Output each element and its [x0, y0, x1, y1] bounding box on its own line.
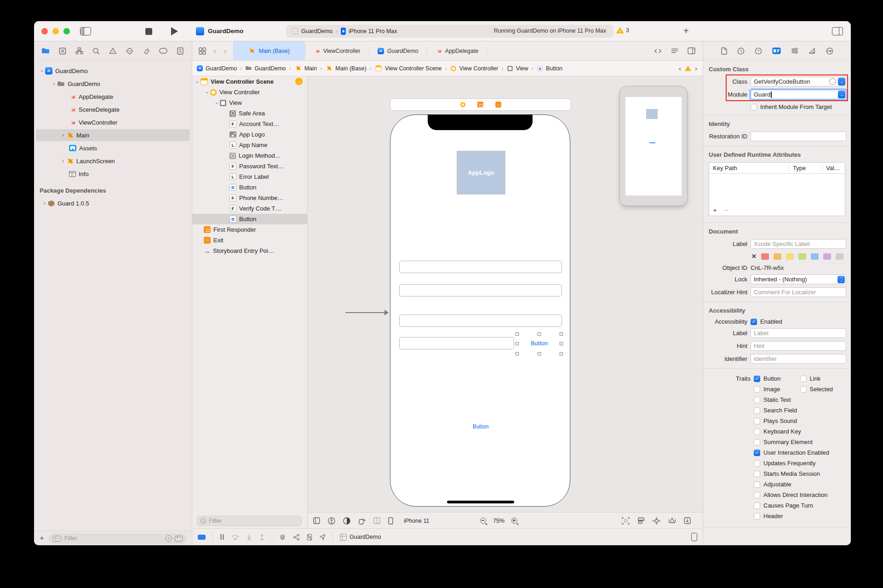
tab-appdelegate[interactable]: AppDelegate — [427, 41, 487, 60]
tab-viewcontroller[interactable]: ViewController — [305, 41, 369, 60]
sidebar-item-assets[interactable]: Assets — [34, 142, 192, 154]
scheme-selector[interactable]: GuardDemo › iPhone 11 Pro Max Running Gu… — [286, 25, 614, 38]
label-color-gray[interactable] — [836, 253, 843, 260]
minimap-preview[interactable] — [619, 86, 688, 206]
find-navigator-icon[interactable] — [91, 46, 101, 56]
view-controller-icon[interactable] — [460, 102, 465, 107]
selection-handle[interactable] — [516, 342, 519, 345]
source-control-filter-icon[interactable] — [175, 536, 183, 542]
breadcrumb-view[interactable]: View — [507, 65, 528, 72]
zoom-level[interactable]: 75% — [493, 518, 505, 524]
trait-link-checkbox[interactable] — [800, 376, 807, 382]
warning-icon[interactable] — [685, 66, 691, 71]
localizer-hint-field[interactable]: Comment For Localizer — [751, 287, 846, 297]
canvas-device-name[interactable]: iPhone 11 — [404, 518, 429, 524]
stop-button[interactable] — [145, 28, 152, 35]
outline-item-verify-code[interactable]: F Verify Code T… — [192, 203, 307, 214]
zoom-in-icon[interactable] — [511, 518, 517, 524]
outline-item-account-text[interactable]: F Account Text… — [192, 119, 307, 129]
trait-static-text-checkbox[interactable] — [754, 397, 760, 403]
a11y-hint-field[interactable]: Hint — [751, 341, 846, 351]
outline-item-view[interactable]: View — [192, 97, 307, 108]
outline-item-exit[interactable]: Exit — [192, 235, 307, 245]
align-icon[interactable] — [637, 517, 645, 524]
trait-direct-interaction-checkbox[interactable] — [754, 492, 760, 498]
module-field[interactable]: Guard ⌄ — [751, 90, 846, 99]
disclosure-open-icon[interactable] — [39, 69, 45, 73]
outline-filter-field[interactable]: Filter — [197, 516, 302, 526]
close-window-button[interactable] — [41, 28, 48, 34]
outline-item-phone-number[interactable]: F Phone Numbe… — [192, 193, 307, 203]
tab-guarddemo[interactable]: GuardDemo — [369, 41, 427, 60]
app-logo-image-view[interactable]: AppLogo — [457, 151, 505, 194]
inherit-module-checkbox[interactable] — [751, 104, 757, 110]
sidebar-item-project-guarddemo[interactable]: GuardDemo — [34, 64, 192, 77]
label-color-orange[interactable] — [774, 253, 781, 260]
previous-issue-icon[interactable]: ‹ — [679, 64, 681, 72]
trait-keyboard-key-checkbox[interactable] — [754, 428, 760, 435]
add-editor-icon[interactable] — [688, 47, 695, 54]
outline-item-button-2-selected[interactable]: B Button — [192, 214, 307, 224]
selection-handle[interactable] — [538, 332, 541, 336]
sidebar-item-viewcontroller[interactable]: ViewController — [34, 116, 192, 129]
sidebar-item-guard-package[interactable]: Guard 1.0.5 — [34, 197, 192, 210]
label-color-blue[interactable] — [811, 253, 819, 260]
pause-icon[interactable] — [220, 534, 224, 540]
accessibility-enabled-checkbox[interactable] — [751, 319, 757, 325]
label-color-green[interactable] — [798, 253, 806, 260]
sidebar-item-launchscreen[interactable]: LaunchScreen — [34, 154, 192, 167]
first-responder-icon[interactable] — [477, 102, 483, 108]
code-review-icon[interactable] — [654, 48, 662, 54]
trait-starts-media-checkbox[interactable] — [754, 471, 760, 477]
a11y-identifier-field[interactable]: Identifier — [751, 354, 846, 364]
outline-item-login-method[interactable]: Login Method… — [192, 150, 307, 161]
zoom-out-icon[interactable] — [480, 518, 486, 524]
sidebar-item-main-storyboard[interactable]: Main — [34, 129, 192, 142]
trait-button-checkbox[interactable] — [754, 376, 760, 382]
view-controller-device[interactable]: AppLogo Button Button — [390, 114, 570, 507]
breadcrumb-group[interactable]: GuardDemo — [245, 65, 286, 72]
label-color-yellow[interactable] — [786, 253, 794, 260]
selection-handle[interactable] — [560, 332, 563, 336]
attributes-inspector-icon[interactable] — [791, 47, 798, 54]
embed-icon[interactable] — [684, 517, 691, 524]
breakpoints-toggle-icon[interactable] — [198, 535, 206, 540]
step-into-icon[interactable] — [246, 534, 252, 540]
project-navigator-icon[interactable] — [40, 46, 51, 56]
storyboard-entry-arrow[interactable] — [345, 312, 385, 313]
file-inspector-icon[interactable] — [721, 47, 727, 55]
tab-main-base[interactable]: Main (Base) — [233, 41, 305, 60]
toggle-inspector-icon[interactable] — [832, 27, 843, 35]
storyboard-canvas[interactable]: AppLogo Button Button — [308, 76, 703, 512]
memory-graph-icon[interactable] — [293, 534, 300, 541]
resolve-autolayout-icon[interactable] — [668, 517, 676, 524]
adjust-editor-icon[interactable] — [671, 48, 678, 54]
outline-item-error-label[interactable]: L Error Label — [192, 171, 307, 182]
go-back-icon[interactable]: ‹ — [213, 47, 216, 55]
trait-adjustable-checkbox[interactable] — [754, 481, 760, 488]
environment-overrides-icon[interactable] — [307, 534, 312, 541]
add-constraints-icon[interactable] — [653, 517, 660, 525]
selected-button[interactable]: Button — [517, 334, 562, 354]
next-issue-icon[interactable]: › — [695, 64, 697, 72]
zoom-window-button[interactable] — [63, 28, 70, 34]
breadcrumb-project[interactable]: GuardDemo — [197, 65, 237, 72]
scene-jump-icon[interactable]: → — [295, 78, 303, 85]
label-color-purple[interactable] — [823, 253, 831, 260]
a11y-label-field[interactable]: Label — [751, 328, 846, 338]
bookmarks-navigator-icon[interactable] — [74, 46, 84, 56]
remove-attribute-button[interactable]: − — [724, 206, 728, 214]
identity-inspector-icon[interactable] — [772, 47, 781, 54]
breadcrumb-scene[interactable]: View Controller Scene — [375, 65, 442, 72]
size-inspector-icon[interactable] — [808, 47, 816, 54]
trait-plays-sound-checkbox[interactable] — [754, 418, 760, 424]
bottom-button[interactable]: Button — [458, 423, 504, 430]
outline-item-button-1[interactable]: B Button — [192, 182, 307, 193]
outline-item-entry-point[interactable]: → Storyboard Entry Poi… — [192, 245, 307, 256]
simulate-location-icon[interactable] — [319, 534, 326, 540]
sidebar-item-appdelegate[interactable]: AppDelegate — [34, 90, 192, 103]
trait-selected-checkbox[interactable] — [800, 386, 807, 393]
run-button[interactable] — [171, 27, 178, 35]
help-inspector-icon[interactable]: ? — [755, 47, 762, 55]
selection-handle[interactable] — [516, 352, 519, 355]
